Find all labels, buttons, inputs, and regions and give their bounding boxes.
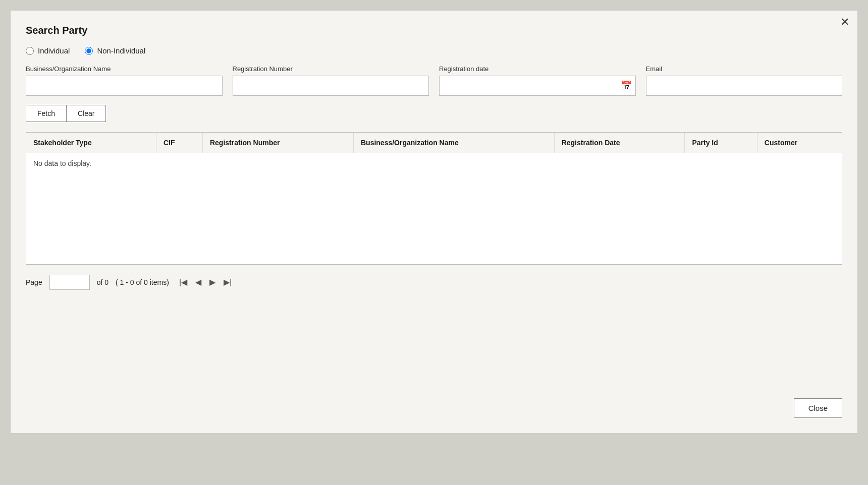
- search-party-modal: ✕ Search Party Individual Non-Individual…: [10, 10, 858, 434]
- business-name-field: Business/Organization Name: [26, 65, 223, 96]
- last-page-button[interactable]: ▶|: [221, 277, 235, 287]
- non-individual-radio-label[interactable]: Non-Individual: [85, 46, 145, 55]
- empty-row-1: [26, 173, 842, 192]
- clear-button[interactable]: Clear: [67, 105, 106, 122]
- col-cif: CIF: [156, 133, 202, 153]
- page-input[interactable]: 1: [49, 275, 90, 290]
- non-individual-radio[interactable]: [85, 47, 93, 55]
- next-page-button[interactable]: ▶: [206, 277, 219, 287]
- empty-row-4: [26, 228, 842, 246]
- col-customer: Customer: [757, 133, 842, 153]
- registration-date-label: Registration date: [439, 65, 636, 73]
- table-header: Stakeholder Type CIF Registration Number…: [26, 133, 842, 153]
- col-business-name: Business/Organization Name: [353, 133, 554, 153]
- prev-page-button[interactable]: ◀: [192, 277, 204, 287]
- no-data-row: No data to display.: [26, 153, 842, 174]
- col-party-id: Party Id: [685, 133, 757, 153]
- modal-footer: Close: [794, 398, 842, 418]
- registration-date-input[interactable]: [439, 76, 636, 96]
- registration-date-field: Registration date 📅: [439, 65, 636, 96]
- no-data-cell: No data to display.: [26, 153, 842, 174]
- registration-number-label: Registration Number: [233, 65, 429, 73]
- individual-radio-label[interactable]: Individual: [26, 46, 70, 55]
- registration-number-input[interactable]: [233, 76, 429, 96]
- action-button-row: Fetch Clear: [26, 105, 842, 122]
- modal-overlay: ✕ Search Party Individual Non-Individual…: [0, 0, 868, 485]
- page-label: Page: [26, 278, 42, 286]
- col-stakeholder-type: Stakeholder Type: [26, 133, 156, 153]
- fetch-button[interactable]: Fetch: [26, 105, 67, 122]
- items-info-label: ( 1 - 0 of 0 items): [116, 278, 169, 286]
- individual-radio-text: Individual: [38, 46, 70, 55]
- form-row-1: Business/Organization Name Registration …: [26, 65, 842, 96]
- email-field: Email: [646, 65, 843, 96]
- close-button[interactable]: Close: [794, 398, 842, 418]
- results-table-container: Stakeholder Type CIF Registration Number…: [26, 132, 842, 265]
- individual-radio[interactable]: [26, 47, 34, 55]
- table-body: No data to display.: [26, 153, 842, 265]
- of-pages-label: of 0: [97, 278, 108, 286]
- empty-row-5: [26, 246, 842, 264]
- business-name-input[interactable]: [26, 76, 223, 96]
- pagination-nav-controls: |◀ ◀ ▶ ▶|: [176, 277, 235, 287]
- empty-row-2: [26, 192, 842, 210]
- pagination-bar: Page 1 of 0 ( 1 - 0 of 0 items) |◀ ◀ ▶ ▶…: [26, 275, 842, 290]
- col-registration-number: Registration Number: [202, 133, 353, 153]
- registration-number-field: Registration Number: [233, 65, 429, 96]
- email-input[interactable]: [646, 76, 843, 96]
- col-registration-date: Registration Date: [554, 133, 685, 153]
- modal-title: Search Party: [26, 25, 842, 36]
- results-table: Stakeholder Type CIF Registration Number…: [26, 133, 842, 264]
- email-label: Email: [646, 65, 843, 73]
- registration-date-input-wrapper: 📅: [439, 76, 636, 96]
- first-page-button[interactable]: |◀: [176, 277, 190, 287]
- empty-row-3: [26, 210, 842, 228]
- modal-close-icon-button[interactable]: ✕: [840, 17, 849, 28]
- non-individual-radio-text: Non-Individual: [97, 46, 145, 55]
- business-name-label: Business/Organization Name: [26, 65, 223, 73]
- party-type-radio-group: Individual Non-Individual: [26, 46, 842, 55]
